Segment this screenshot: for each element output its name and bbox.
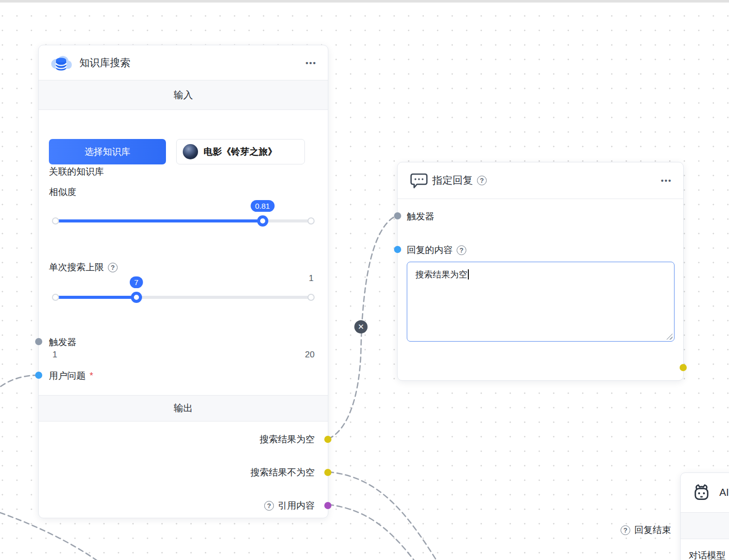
search-limit-value-badge: 7	[129, 276, 143, 288]
kb-search-node[interactable]: 知识库搜索 ••• 输入 关联的知识库 选择知识库 电影《铃芽之旅》 相似度 0…	[38, 45, 328, 518]
search-limit-slider[interactable]: 7	[55, 292, 311, 302]
reply-node-title: 指定回复	[432, 174, 473, 187]
search-limit-label: 单次搜索上限	[49, 261, 104, 273]
output-row-quote: 引用内容	[264, 499, 315, 512]
reply-trigger-port[interactable]	[394, 212, 401, 219]
ai-node-header[interactable]: AI	[681, 473, 729, 512]
kb-question-row: 用户问题 *	[49, 370, 93, 382]
ai-chat-node[interactable]: AI 对话模型	[680, 472, 729, 560]
output-not-empty-label: 搜索结果不为空	[250, 466, 315, 479]
search-limit-slider-thumb[interactable]	[131, 292, 142, 303]
robot-icon	[692, 483, 711, 502]
wire-user-question	[0, 375, 38, 387]
reply-node-header[interactable]: 指定回复 •••	[398, 162, 683, 199]
reply-content-textarea[interactable]: 搜索结果为空	[407, 262, 675, 342]
search-limit-min-label: 1	[52, 350, 57, 360]
reply-node[interactable]: 指定回复 ••• 触发器 回复的内容 搜索结果为空 回复结束	[397, 162, 684, 381]
reply-content-row: 回复的内容	[407, 244, 466, 256]
reply-finish-label: 回复结束	[634, 524, 671, 536]
textarea-resize-handle[interactable]	[666, 333, 672, 340]
kb-node-header[interactable]: 知识库搜索 •••	[39, 45, 328, 80]
output-empty-label: 搜索结果为空	[260, 433, 315, 445]
similarity-slider-min-endpoint	[52, 217, 59, 225]
kb-input-section-header: 输入	[39, 80, 328, 110]
output-row-not-empty: 搜索结果不为空	[250, 466, 315, 479]
output-not-empty-port[interactable]	[324, 469, 331, 476]
reply-node-help-icon[interactable]	[477, 176, 487, 185]
similarity-slider-max-endpoint	[307, 217, 315, 225]
kb-output-section-header: 输出	[39, 395, 328, 422]
search-limit-max-endpoint	[307, 294, 315, 301]
kb-chip-avatar	[183, 144, 198, 159]
reply-trigger-row: 触发器	[407, 210, 434, 222]
output-row-empty: 搜索结果为空	[260, 433, 315, 445]
reply-finish-help-icon[interactable]	[621, 525, 630, 535]
wire-quote-down	[328, 505, 414, 560]
wire-bottom-left	[0, 513, 98, 560]
reply-node-menu-icon[interactable]: •••	[661, 176, 672, 185]
text-caret	[468, 269, 469, 279]
search-limit-slider-fill	[55, 296, 136, 299]
required-mark: *	[90, 371, 93, 381]
edge-delete-button[interactable]	[354, 320, 368, 333]
reply-content-label: 回复的内容	[407, 244, 453, 256]
output-quote-label: 引用内容	[278, 499, 315, 512]
reply-trigger-label: 触发器	[407, 210, 434, 222]
select-kb-button[interactable]: 选择知识库	[49, 139, 166, 164]
ai-node-title: AI	[719, 487, 729, 498]
similarity-max-label: 1	[309, 273, 314, 284]
search-limit-help-icon[interactable]	[108, 263, 118, 272]
search-limit-min-endpoint	[52, 294, 59, 301]
canvas-top-bar	[0, 0, 729, 3]
kb-chip[interactable]: 电影《铃芽之旅》	[176, 139, 305, 164]
ai-model-label: 对话模型	[689, 549, 725, 560]
wire-notempty-down	[328, 472, 436, 560]
kb-question-label: 用户问题	[49, 370, 86, 382]
output-empty-port[interactable]	[324, 436, 331, 443]
reply-finish-port[interactable]	[680, 364, 687, 371]
similarity-value-badge: 0.81	[250, 200, 274, 212]
knowledge-base-icon	[50, 52, 72, 73]
reply-content-value: 搜索结果为空	[415, 270, 467, 279]
similarity-slider-thumb[interactable]	[257, 215, 268, 227]
chat-bubble-icon	[409, 172, 428, 190]
kb-field-label: 关联的知识库	[49, 165, 104, 178]
similarity-slider[interactable]: 0.81	[55, 216, 311, 226]
kb-trigger-row: 触发器	[49, 336, 76, 348]
output-quote-port[interactable]	[324, 502, 331, 509]
kb-node-title: 知识库搜索	[79, 56, 130, 70]
kb-question-port[interactable]	[35, 372, 42, 379]
similarity-slider-fill	[55, 219, 263, 222]
kb-trigger-port[interactable]	[35, 338, 42, 345]
kb-chip-label: 电影《铃芽之旅》	[204, 146, 277, 158]
reply-content-help-icon[interactable]	[457, 245, 466, 255]
kb-trigger-label: 触发器	[49, 336, 76, 348]
ai-input-section-header	[681, 512, 729, 539]
quote-help-icon[interactable]	[264, 501, 274, 511]
reply-content-port[interactable]	[394, 246, 401, 253]
reply-finish-row: 回复结束	[621, 524, 671, 536]
search-limit-max-label: 20	[305, 350, 315, 360]
similarity-label: 相似度	[49, 186, 76, 198]
kb-node-menu-icon[interactable]: •••	[305, 59, 317, 67]
